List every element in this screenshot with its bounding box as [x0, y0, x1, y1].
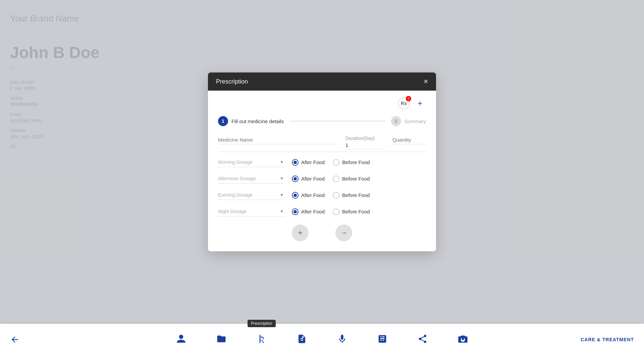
afternoon-before-food-radio[interactable]	[333, 175, 339, 182]
nav-prescription-tooltip: Prescription	[248, 320, 275, 327]
night-after-food-option[interactable]: After Food	[292, 208, 325, 215]
step-divider	[289, 121, 386, 121]
rx-count: 0	[406, 96, 411, 101]
duration-col: Duration(Day)	[345, 136, 386, 150]
evening-dosage-select[interactable]: Evening Dosage 0 0.5 1 2	[218, 190, 285, 200]
calculator-icon	[376, 332, 389, 346]
nav-camera[interactable]	[456, 332, 470, 346]
nav-notes[interactable]	[295, 332, 309, 346]
rx-nav-icon	[255, 332, 268, 346]
steps-indicator: 1 Fill out medicine details 2 Summary	[218, 116, 426, 126]
evening-after-food-option[interactable]: After Food	[292, 192, 325, 199]
back-button[interactable]	[10, 335, 19, 346]
nav-patient[interactable]	[174, 332, 188, 346]
add-prescription-button[interactable]: +	[414, 97, 426, 109]
night-before-food-label: Before Food	[342, 209, 370, 214]
evening-after-food-label: After Food	[301, 192, 325, 198]
morning-food-options: After Food Before Food	[292, 159, 370, 166]
step-1: 1 Fill out medicine details	[218, 116, 284, 126]
step-2: 2 Summary	[391, 116, 426, 126]
step-2-circle: 2	[391, 116, 401, 126]
evening-dosage-row: Evening Dosage 0 0.5 1 2 ▼ After Food	[218, 190, 426, 200]
close-button[interactable]: ×	[424, 78, 428, 85]
afternoon-dosage-select[interactable]: Afternoon Dosage 0 0.5 1 2	[218, 174, 285, 183]
modal-header: Prescription ×	[208, 72, 436, 91]
morning-dosage-select-wrap: Morning Dosage 0 0.5 1 2 ▼	[218, 157, 285, 167]
night-dosage-select[interactable]: Night Dosage 0 0.5 1 2	[218, 207, 285, 216]
camera-icon	[456, 332, 470, 346]
evening-dosage-select-wrap: Evening Dosage 0 0.5 1 2 ▼	[218, 190, 285, 200]
prescription-modal: Prescription × Rx 0 + 1 Fill out medicin…	[208, 72, 436, 251]
duration-input[interactable]	[345, 141, 386, 150]
modal-footer: + →	[218, 224, 426, 241]
back-icon	[10, 335, 19, 344]
nav-calculator[interactable]	[376, 332, 389, 346]
night-after-food-label: After Food	[301, 209, 325, 214]
evening-food-options: After Food Before Food	[292, 192, 370, 199]
modal-title: Prescription	[216, 78, 248, 85]
step-1-circle: 1	[218, 116, 228, 126]
next-icon: →	[340, 229, 347, 237]
bottom-nav: Prescription	[0, 324, 644, 354]
afternoon-food-options: After Food Before Food	[292, 175, 370, 182]
night-dosage-select-wrap: Night Dosage 0 0.5 1 2 ▼	[218, 207, 285, 216]
afternoon-before-food-option[interactable]: Before Food	[333, 175, 370, 182]
nav-mic[interactable]	[335, 332, 349, 346]
morning-before-food-radio[interactable]	[333, 159, 339, 166]
morning-after-food-label: After Food	[301, 159, 325, 165]
quantity-input[interactable]	[392, 136, 426, 144]
folder-icon	[215, 332, 228, 346]
afternoon-before-food-label: Before Food	[342, 176, 370, 182]
modal-toolbar: Rx 0 +	[218, 97, 426, 109]
medicine-name-col	[218, 136, 339, 150]
nav-folder[interactable]	[215, 332, 228, 346]
evening-before-food-radio[interactable]	[333, 192, 339, 199]
add-medicine-button[interactable]: +	[292, 224, 309, 241]
notes-icon	[295, 332, 309, 346]
nav-rx[interactable]: Prescription	[255, 332, 268, 346]
morning-dosage-select[interactable]: Morning Dosage 0 0.5 1 2	[218, 157, 285, 167]
form-header: Duration(Day)	[218, 136, 426, 152]
mic-icon	[335, 332, 349, 346]
morning-before-food-label: Before Food	[342, 159, 370, 165]
step-1-label: Fill out medicine details	[231, 118, 284, 124]
morning-after-food-radio[interactable]	[292, 159, 299, 166]
duration-label: Duration(Day)	[345, 136, 386, 141]
modal-body: Rx 0 + 1 Fill out medicine details 2 Sum…	[208, 91, 436, 251]
evening-after-food-radio[interactable]	[292, 192, 299, 199]
medicine-name-input[interactable]	[218, 136, 339, 144]
evening-before-food-option[interactable]: Before Food	[333, 192, 370, 199]
step-2-label: Summary	[405, 118, 426, 124]
add-medicine-icon: +	[298, 229, 303, 237]
morning-after-food-option[interactable]: After Food	[292, 159, 325, 166]
night-dosage-row: Night Dosage 0 0.5 1 2 ▼ After Food	[218, 207, 426, 216]
modal-overlay: Prescription × Rx 0 + 1 Fill out medicin…	[0, 0, 644, 324]
night-food-options: After Food Before Food	[292, 208, 370, 215]
evening-before-food-label: Before Food	[342, 192, 370, 198]
afternoon-after-food-option[interactable]: After Food	[292, 175, 325, 182]
afternoon-dosage-row: Afternoon Dosage 0 0.5 1 2 ▼ After Food	[218, 174, 426, 184]
quantity-col	[392, 136, 426, 150]
next-button[interactable]: →	[335, 224, 352, 241]
care-treatment-label: CARE & TREATMENT	[581, 337, 634, 342]
morning-before-food-option[interactable]: Before Food	[333, 159, 370, 166]
nav-share[interactable]	[416, 332, 429, 346]
morning-dosage-row: Morning Dosage 0 0.5 1 2 ▼ After Food	[218, 157, 426, 167]
patient-icon	[174, 332, 188, 346]
afternoon-after-food-label: After Food	[301, 176, 325, 182]
night-before-food-radio[interactable]	[333, 208, 339, 215]
night-after-food-radio[interactable]	[292, 208, 299, 215]
night-before-food-option[interactable]: Before Food	[333, 208, 370, 215]
afternoon-after-food-radio[interactable]	[292, 175, 299, 182]
rx-badge: Rx 0	[398, 97, 410, 109]
share-icon	[416, 332, 429, 346]
dosage-section: Morning Dosage 0 0.5 1 2 ▼ After Food	[218, 157, 426, 216]
afternoon-dosage-select-wrap: Afternoon Dosage 0 0.5 1 2 ▼	[218, 174, 285, 184]
